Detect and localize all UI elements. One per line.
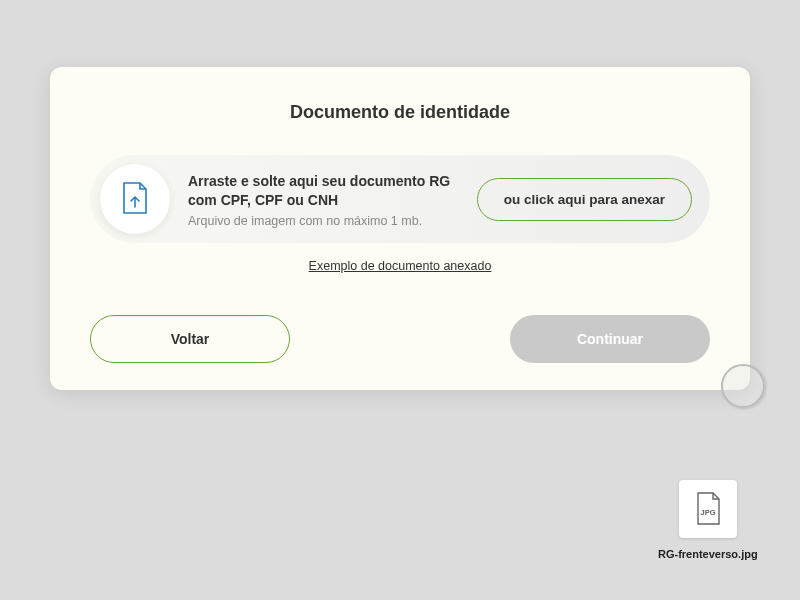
upload-modal: Documento de identidade Arraste e solte … (50, 67, 750, 390)
cursor-indicator (721, 364, 765, 408)
jpg-file-icon: JPG (694, 492, 722, 526)
svg-text:JPG: JPG (700, 508, 715, 517)
upload-icon-circle (100, 164, 170, 234)
file-name: RG-frenteverso.jpg (658, 548, 758, 560)
back-button[interactable]: Voltar (90, 315, 290, 363)
file-thumbnail: JPG (679, 480, 737, 538)
action-row: Voltar Continuar (90, 315, 710, 363)
file-upload-icon (121, 182, 149, 216)
dropzone-title: Arraste e solte aqui seu documento RG co… (188, 172, 459, 210)
dropzone-text: Arraste e solte aqui seu documento RG co… (188, 170, 459, 228)
desktop-file[interactable]: JPG RG-frenteverso.jpg (658, 480, 758, 560)
modal-title: Documento de identidade (90, 102, 710, 123)
example-link[interactable]: Exemplo de documento anexado (90, 259, 710, 273)
continue-button[interactable]: Continuar (510, 315, 710, 363)
dropzone[interactable]: Arraste e solte aqui seu documento RG co… (90, 155, 710, 243)
dropzone-subtitle: Arquivo de imagem com no máximo 1 mb. (188, 214, 459, 228)
attach-button[interactable]: ou click aqui para anexar (477, 178, 692, 221)
